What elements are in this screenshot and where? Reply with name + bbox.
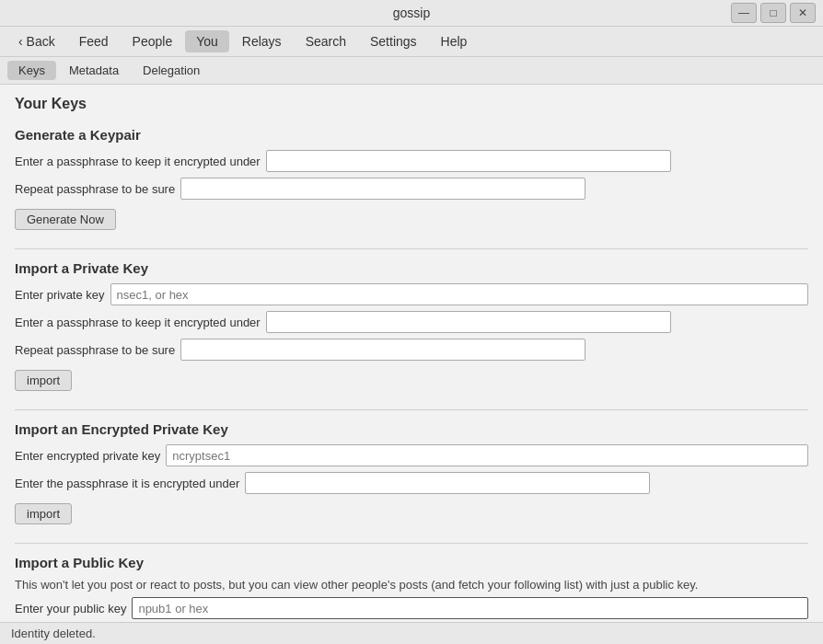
divider-1 — [15, 248, 808, 249]
nav-you[interactable]: You — [185, 30, 229, 52]
import-public-key-title: Import a Public Key — [15, 555, 808, 570]
section-import-encrypted-key: Import an Encrypted Private Key Enter en… — [15, 421, 808, 524]
import-public-key-desc: This won't let you post or react to post… — [15, 578, 808, 592]
generate-keypair-title: Generate a Keypair — [15, 127, 808, 143]
encrypted-passphrase-input[interactable] — [245, 472, 650, 494]
import-repeat-input[interactable] — [180, 339, 585, 361]
maximize-button[interactable]: □ — [760, 3, 786, 23]
repeat-passphrase-row: Repeat passphrase to be sure — [15, 178, 808, 200]
encrypted-key-label: Enter encrypted private key — [15, 449, 160, 463]
title-bar: gossip — □ ✕ — [0, 0, 823, 27]
private-key-label: Enter private key — [15, 288, 105, 302]
passphrase-row: Enter a passphrase to keep it encrypted … — [15, 150, 808, 172]
tab-metadata[interactable]: Metadata — [58, 61, 130, 80]
tab-keys[interactable]: Keys — [7, 61, 56, 80]
encrypted-passphrase-label: Enter the passphrase it is encrypted und… — [15, 477, 239, 490]
minimize-button[interactable]: — — [731, 3, 757, 23]
import-private-key-button[interactable]: import — [15, 370, 72, 391]
window-controls: — □ ✕ — [731, 3, 816, 23]
content-area: Your Keys Generate a Keypair Enter a pas… — [0, 85, 823, 622]
nav-people[interactable]: People — [122, 30, 184, 52]
import-passphrase-row: Enter a passphrase to keep it encrypted … — [15, 311, 808, 333]
nav-relays[interactable]: Relays — [231, 30, 293, 52]
import-encrypted-key-title: Import an Encrypted Private Key — [15, 421, 808, 437]
public-key-input[interactable] — [132, 597, 808, 619]
encrypted-passphrase-row: Enter the passphrase it is encrypted und… — [15, 472, 808, 494]
close-button[interactable]: ✕ — [790, 3, 816, 23]
import-private-key-title: Import a Private Key — [15, 260, 808, 276]
divider-3 — [15, 543, 808, 544]
private-key-input[interactable] — [110, 283, 808, 305]
nav-search[interactable]: Search — [295, 30, 357, 52]
public-key-label: Enter your public key — [15, 602, 126, 615]
private-key-row: Enter private key — [15, 283, 808, 305]
passphrase-input[interactable] — [266, 150, 671, 172]
generate-now-button[interactable]: Generate Now — [15, 209, 116, 230]
section-import-private-key: Import a Private Key Enter private key E… — [15, 260, 808, 391]
divider-2 — [15, 409, 808, 410]
encrypted-key-input[interactable] — [166, 444, 808, 466]
nav-bar: ‹ Back Feed People You Relays Search Set… — [0, 27, 823, 57]
repeat-passphrase-input[interactable] — [180, 178, 585, 200]
encrypted-key-row: Enter encrypted private key — [15, 444, 808, 466]
passphrase-label: Enter a passphrase to keep it encrypted … — [15, 155, 261, 168]
nav-back[interactable]: ‹ Back — [7, 30, 66, 52]
import-repeat-label: Repeat passphrase to be sure — [15, 343, 175, 357]
nav-settings[interactable]: Settings — [359, 30, 428, 52]
tab-bar: Keys Metadata Delegation — [0, 57, 823, 85]
section-import-public-key: Import a Public Key This won't let you p… — [15, 555, 808, 622]
page-title: Your Keys — [15, 96, 808, 112]
import-repeat-row: Repeat passphrase to be sure — [15, 339, 808, 361]
import-passphrase-input[interactable] — [266, 311, 671, 333]
section-generate-keypair: Generate a Keypair Enter a passphrase to… — [15, 127, 808, 230]
public-key-row: Enter your public key — [15, 597, 808, 619]
status-bar: Identity deleted. — [0, 622, 823, 644]
repeat-passphrase-label: Repeat passphrase to be sure — [15, 182, 175, 196]
nav-help[interactable]: Help — [430, 30, 479, 52]
app-title: gossip — [393, 6, 430, 20]
status-message: Identity deleted. — [11, 627, 96, 640]
nav-feed[interactable]: Feed — [68, 30, 120, 52]
tab-delegation[interactable]: Delegation — [132, 61, 211, 80]
import-encrypted-key-button[interactable]: import — [15, 503, 72, 524]
import-passphrase-label: Enter a passphrase to keep it encrypted … — [15, 316, 261, 329]
